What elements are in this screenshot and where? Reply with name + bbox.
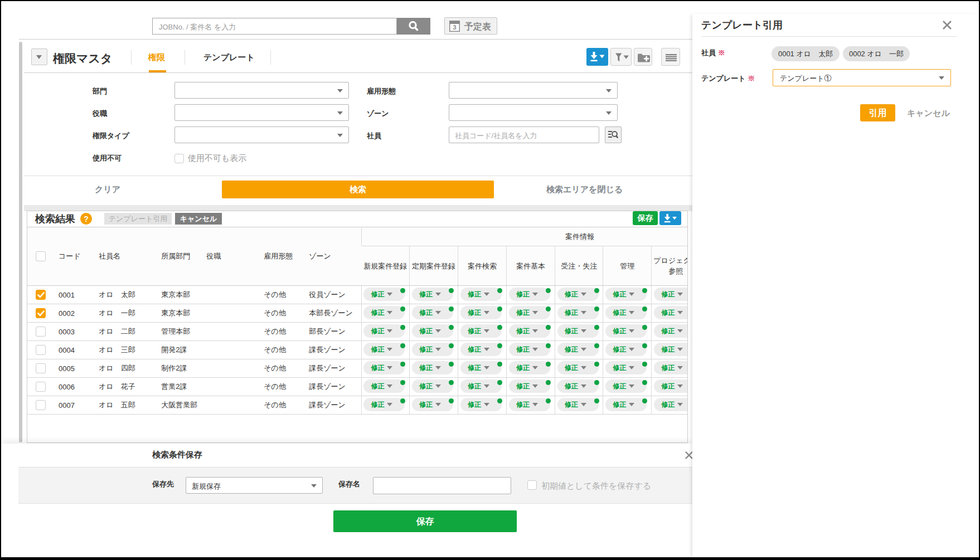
svg-text:3: 3 — [453, 24, 456, 31]
